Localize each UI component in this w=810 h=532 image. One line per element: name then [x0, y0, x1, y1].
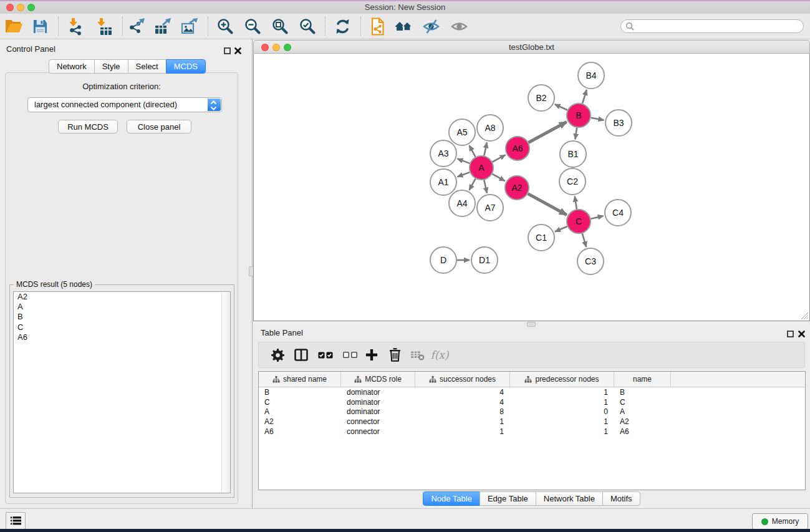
resize-grip-icon[interactable] [801, 312, 809, 320]
mcds-result-item[interactable]: C [14, 322, 230, 332]
zoom-selected-button[interactable] [296, 16, 319, 36]
table-row[interactable]: A6connector11A6 [259, 427, 805, 437]
criterion-select[interactable]: largest connected component (directed) [27, 97, 222, 112]
home-button[interactable] [392, 16, 415, 36]
show-panels-button[interactable] [448, 16, 470, 36]
float-panel-icon[interactable] [224, 46, 231, 53]
delete-rows-button[interactable] [383, 342, 406, 367]
edge-B-B3[interactable] [591, 118, 604, 120]
export-table-button[interactable] [152, 16, 174, 36]
node-B[interactable]: B [567, 104, 591, 127]
zoom-in-button[interactable] [214, 16, 236, 36]
edge-C-C3[interactable] [582, 233, 587, 247]
close-panel-button[interactable]: Close panel [127, 120, 191, 133]
save-session-button[interactable] [29, 16, 51, 36]
scrollbar[interactable] [221, 292, 230, 493]
run-mcds-button[interactable]: Run MCDS [58, 120, 118, 133]
node-A6[interactable]: A6 [506, 137, 529, 160]
delete-table-button[interactable] [407, 342, 429, 367]
network-graph[interactable]: AA1A2A3A4A5A6A7A8BB1B2B3B4CC1C2C3C4DD1 [254, 54, 809, 321]
node-C3[interactable]: C3 [577, 248, 604, 274]
hide-panels-button[interactable] [420, 16, 442, 36]
cell-shared-name[interactable]: B [259, 388, 341, 397]
cell-MCDS-role[interactable]: dominator [341, 398, 415, 407]
tab-select[interactable]: Select [128, 59, 166, 74]
cell-name[interactable]: C [614, 398, 671, 407]
cell-successor-nodes[interactable]: 1 [415, 427, 510, 436]
column-header-MCDS-role[interactable]: MCDS role [341, 372, 415, 387]
node-A[interactable]: A [470, 156, 493, 180]
refresh-layout-button[interactable] [331, 16, 354, 36]
cell-name[interactable]: B [614, 388, 671, 397]
add-row-button[interactable] [360, 342, 383, 367]
zoom-fit-button[interactable] [269, 16, 291, 36]
node-A8[interactable]: A8 [477, 115, 503, 141]
node-A3[interactable]: A3 [430, 140, 456, 167]
cell-shared-name[interactable]: A6 [259, 427, 341, 436]
edge-A-A2[interactable] [492, 174, 504, 181]
cell-successor-nodes[interactable]: 1 [415, 417, 510, 426]
edge-A-A6[interactable] [493, 155, 506, 162]
cell-predecessor-nodes[interactable]: 1 [510, 417, 614, 426]
tab-motifs[interactable]: Motifs [602, 491, 640, 506]
cell-MCDS-role[interactable]: dominator [341, 388, 415, 397]
edge-A2-C[interactable] [528, 194, 567, 215]
cell-name[interactable]: A6 [614, 427, 671, 436]
network-canvas[interactable]: AA1A2A3A4A5A6A7A8BB1B2B3B4CC1C2C3C4DD1 [253, 54, 810, 321]
node-D[interactable]: D [430, 247, 456, 273]
edge-A-A4[interactable] [470, 179, 476, 190]
node-C[interactable]: C [567, 210, 591, 233]
node-B1[interactable]: B1 [560, 141, 586, 167]
open-session-button[interactable] [2, 16, 25, 36]
select-all-rows-button[interactable] [314, 342, 337, 367]
node-A4[interactable]: A4 [449, 190, 475, 216]
cell-predecessor-nodes[interactable]: 1 [510, 388, 614, 397]
node-A2[interactable]: A2 [505, 176, 529, 200]
node-B4[interactable]: B4 [578, 62, 604, 89]
cell-shared-name[interactable]: A2 [259, 417, 341, 426]
cell-successor-nodes[interactable]: 4 [415, 398, 510, 407]
cell-predecessor-nodes[interactable]: 1 [510, 398, 614, 407]
node-A5[interactable]: A5 [449, 119, 475, 145]
edge-C-C1[interactable] [555, 226, 567, 232]
mcds-result-item[interactable]: A2 [14, 292, 230, 302]
cell-shared-name[interactable]: A [259, 407, 341, 416]
edge-B-B4[interactable] [582, 90, 587, 104]
cell-MCDS-role[interactable]: dominator [341, 407, 415, 416]
table-settings-button[interactable] [266, 342, 289, 367]
tab-network-table[interactable]: Network Table [536, 491, 603, 506]
tab-edge-table[interactable]: Edge Table [480, 491, 536, 506]
mcds-result-list[interactable]: A2ABCA6 [13, 291, 231, 493]
column-header-predecessor-nodes[interactable]: predecessor nodes [510, 372, 614, 387]
node-C1[interactable]: C1 [528, 225, 554, 251]
edge-A-A8[interactable] [484, 142, 487, 155]
edge-C-C2[interactable] [575, 196, 577, 210]
tab-node-table[interactable]: Node Table [423, 491, 480, 506]
import-network-button[interactable] [64, 16, 87, 36]
cell-shared-name[interactable]: C [259, 398, 341, 407]
tab-style[interactable]: Style [94, 59, 128, 74]
cell-predecessor-nodes[interactable]: 0 [510, 407, 614, 416]
close-table-panel-icon[interactable] [798, 329, 806, 336]
float-table-panel-icon[interactable] [787, 329, 794, 336]
cell-successor-nodes[interactable]: 8 [415, 407, 510, 416]
node-C2[interactable]: C2 [559, 168, 586, 195]
close-panel-icon[interactable] [234, 46, 242, 53]
edge-B-B1[interactable] [575, 128, 577, 139]
edge-C-C4[interactable] [591, 216, 604, 219]
function-builder-button[interactable]: f(x) [428, 342, 451, 367]
export-image-button[interactable] [178, 16, 201, 36]
zoom-out-button[interactable] [241, 16, 264, 36]
edge-A-A1[interactable] [458, 172, 470, 177]
cell-name[interactable]: A [614, 407, 671, 416]
memory-button[interactable]: Memory [752, 513, 808, 530]
column-header-shared-name[interactable]: shared name [259, 372, 341, 387]
edge-A-A7[interactable] [484, 180, 487, 193]
table-row[interactable]: Cdominator41C [259, 397, 805, 407]
column-header-name[interactable]: name [614, 372, 671, 387]
node-A1[interactable]: A1 [430, 169, 456, 195]
table-row[interactable]: Adominator80A [259, 407, 805, 417]
cell-successor-nodes[interactable]: 4 [415, 388, 510, 397]
search-input[interactable] [620, 19, 804, 33]
edge-A6-B[interactable] [529, 122, 567, 143]
